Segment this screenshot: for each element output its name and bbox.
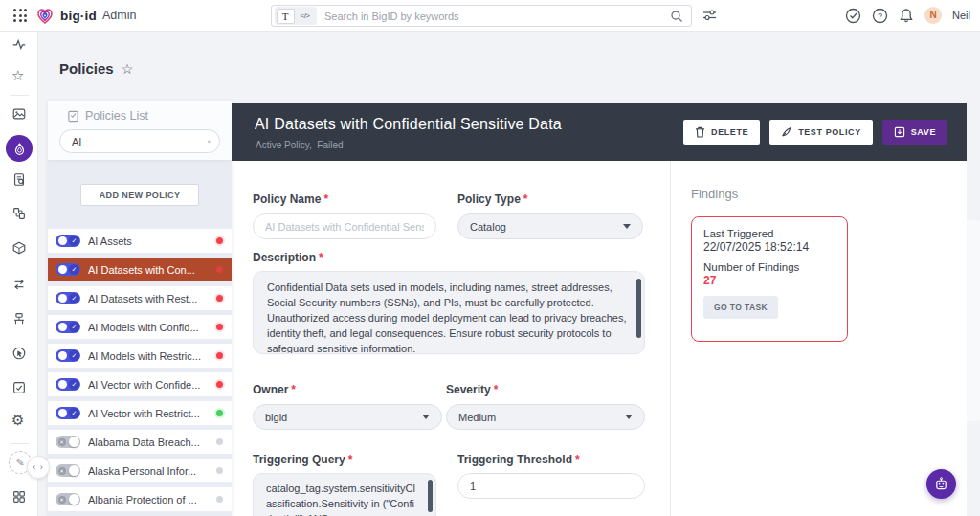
severity-value: Medium: [458, 412, 496, 423]
policy-toggle-on[interactable]: ✓: [56, 378, 80, 391]
description-field: Confidential Data sets used in models, i…: [253, 271, 645, 354]
toggle-check-icon: ✓: [69, 350, 79, 361]
add-new-policy-button[interactable]: ADD NEW POLICY: [80, 184, 199, 206]
classification-icon[interactable]: [11, 206, 27, 221]
global-search-input[interactable]: [324, 11, 670, 22]
policy-rows: ✓AI Assets✓AI Datasets with Con...✓AI Da…: [48, 229, 232, 516]
policy-list-item[interactable]: ✕Albania Protection of ...: [48, 487, 232, 511]
policies-search-input[interactable]: [72, 136, 208, 147]
delete-button[interactable]: DELETE: [683, 120, 760, 145]
access-intelligence-icon[interactable]: [11, 346, 27, 361]
search-mode-text-button[interactable]: T: [277, 9, 295, 24]
policy-list-item[interactable]: ✓AI Assets: [48, 229, 232, 253]
policy-list-item[interactable]: ✓AI Vector with Confide...: [48, 372, 232, 396]
toggle-cross-icon: ✕: [58, 467, 66, 475]
rail-divider: [10, 95, 29, 96]
save-button[interactable]: SAVE: [882, 120, 947, 145]
toggle-check-icon: ✓: [69, 408, 79, 418]
assistant-fab[interactable]: [926, 469, 956, 499]
policy-title: AI Datasets with Confidential Sensitive …: [255, 116, 562, 133]
triggering-query-scrollbar[interactable]: [428, 480, 433, 512]
policy-list-item[interactable]: ✓AI Models with Restric...: [48, 344, 232, 368]
activity-icon[interactable]: [11, 36, 27, 52]
policy-toggle-on[interactable]: ✓: [56, 235, 80, 247]
search-icon[interactable]: [208, 135, 211, 148]
status-dot-red: [216, 381, 223, 388]
policies-nav-active[interactable]: [6, 135, 33, 162]
policy-type-select[interactable]: Catalog: [457, 213, 643, 239]
triggering-query-textarea[interactable]: catalog_tag.system.sensitivityClassifica…: [254, 474, 435, 516]
policy-toggle-on[interactable]: ✓: [56, 349, 80, 362]
policy-toggle-off[interactable]: ✕: [56, 493, 80, 505]
data-flows-icon[interactable]: [11, 277, 27, 292]
catalog-search-icon[interactable]: [11, 171, 27, 188]
policy-label: Alaska Personal Infor...: [88, 465, 216, 477]
findings-count-value: 27: [703, 274, 835, 287]
system-status-icon[interactable]: [845, 8, 861, 24]
chevron-down-icon: [623, 224, 631, 229]
policy-label: AI Models with Restric...: [88, 350, 216, 362]
toggle-knob: [69, 465, 79, 476]
description-textarea[interactable]: Confidential Data sets used in models, i…: [254, 272, 644, 353]
policy-list-item[interactable]: ✕Alaska Personal Infor...: [48, 459, 232, 482]
svg-text:?: ?: [878, 11, 882, 20]
policy-toggle-on[interactable]: ✓: [56, 292, 80, 304]
settings-gear-icon[interactable]: ⚙: [11, 413, 24, 428]
inventory-cube-icon[interactable]: [11, 240, 27, 256]
policy-toggle-on[interactable]: ✓: [56, 407, 80, 419]
save-button-label: SAVE: [911, 127, 936, 137]
policy-toggle-on[interactable]: ✓: [56, 263, 80, 276]
favorite-page-star-icon[interactable]: ☆: [122, 61, 134, 77]
policy-name-label: Policy Name*: [253, 192, 328, 206]
policy-list-item[interactable]: ✓AI Datasets with Rest...: [48, 286, 232, 310]
search-mode-query-button[interactable]: </>: [295, 9, 316, 24]
toggle-check-icon: ✓: [69, 236, 79, 246]
triggering-threshold-input[interactable]: [457, 473, 645, 499]
status-dot-red: [216, 266, 223, 273]
triggering-query-field: catalog_tag.system.sensitivityClassifica…: [253, 473, 436, 516]
notifications-bell-icon[interactable]: [899, 8, 914, 24]
hierarchy-icon[interactable]: [11, 311, 27, 326]
apps-grid-icon[interactable]: [11, 489, 27, 505]
toggle-check-icon: ✓: [69, 322, 79, 332]
left-nav-rail: ☆ ⚙: [0, 32, 38, 516]
bigid-heart-icon: [35, 7, 55, 25]
toggle-knob: [69, 437, 79, 447]
delete-button-label: DELETE: [711, 127, 748, 137]
app-launcher-icon[interactable]: [13, 9, 27, 22]
global-search[interactable]: T </>: [271, 5, 692, 27]
reports-icon[interactable]: [11, 106, 27, 122]
brand-logo[interactable]: big·id Admin: [35, 7, 136, 25]
go-to-task-button[interactable]: GO TO TASK: [703, 296, 778, 319]
policies-search[interactable]: [59, 129, 220, 153]
tasks-checkbox-icon[interactable]: [11, 380, 27, 395]
search-filters-icon[interactable]: [702, 9, 717, 21]
help-icon[interactable]: ?: [872, 8, 888, 24]
user-avatar[interactable]: N: [924, 7, 942, 24]
save-icon: [894, 126, 905, 138]
severity-select[interactable]: Medium: [446, 404, 645, 430]
search-icon[interactable]: [670, 10, 683, 23]
panel-collapse-handle[interactable]: ‹ ›: [27, 456, 50, 479]
last-triggered-value: 22/07/2025 18:52:14: [703, 240, 835, 254]
policy-list-item[interactable]: ✕Alabama Data Breach...: [48, 430, 232, 454]
policy-toggle-off[interactable]: ✕: [56, 436, 80, 448]
policy-list-item[interactable]: ✓AI Vector with Restrict...: [48, 401, 232, 425]
toggle-knob: [58, 236, 67, 245]
policy-list-item[interactable]: ✓AI Models with Confid...: [48, 315, 232, 339]
robot-icon: [934, 477, 948, 492]
description-scrollbar[interactable]: [636, 279, 641, 338]
policy-editor-header: AI Datasets with Confidential Sensitive …: [232, 103, 967, 161]
policy-toggle-on[interactable]: ✓: [56, 321, 80, 333]
test-pen-icon: [781, 126, 792, 138]
policy-toggle-off[interactable]: ✕: [56, 464, 80, 477]
test-policy-button[interactable]: TEST POLICY: [769, 120, 873, 145]
owner-select[interactable]: bigid: [253, 404, 442, 430]
droplet-icon: [12, 142, 27, 156]
policy-list-item[interactable]: ✓AI Datasets with Con...: [48, 258, 232, 281]
favorites-star-icon[interactable]: ☆: [11, 68, 24, 83]
toggle-knob: [58, 380, 67, 389]
test-policy-button-label: TEST POLICY: [798, 127, 861, 137]
policy-label: Albania Protection of ...: [88, 494, 216, 505]
policy-name-input[interactable]: [253, 213, 436, 239]
